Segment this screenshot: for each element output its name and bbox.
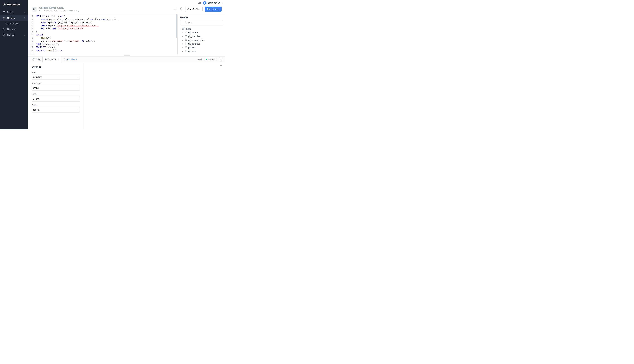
status-label: Success	[208, 58, 215, 60]
tab-barchart[interactable]: Bar chart ✕	[42, 56, 62, 62]
svg-rect-28	[186, 46, 187, 48]
query-type-icon[interactable]	[32, 7, 37, 12]
select-value: category	[33, 76, 42, 78]
sidebar: MergeStat Repos ⌄ Queries ⌃ Saved Querie…	[0, 0, 28, 129]
status-badge: Success	[204, 58, 217, 61]
svg-point-4	[3, 28, 5, 29]
schema-root[interactable]: ▾ public	[180, 27, 223, 31]
nav-repos[interactable]: Repos ⌄	[0, 9, 28, 15]
query-title[interactable]: Untitled Saved Query	[39, 6, 170, 9]
caret-right-icon: ▸	[182, 47, 184, 48]
nav-saved-queries[interactable]: Saved Queries	[0, 21, 28, 26]
line-gutter: 12345678910111213	[28, 14, 34, 55]
xaxistype-select[interactable]: string▾	[32, 85, 80, 90]
svg-rect-2	[3, 17, 5, 19]
svg-rect-38	[46, 58, 46, 60]
add-view-label: Add View	[66, 58, 75, 60]
svg-rect-19	[186, 36, 187, 37]
chart-menu-icon[interactable]	[220, 64, 222, 67]
schema-icon	[182, 28, 184, 30]
table-icon	[185, 35, 187, 38]
xaxistype-label: X-axis type	[32, 82, 80, 84]
schema-root-label: public	[186, 28, 191, 30]
table-name: git_refs	[188, 50, 195, 52]
chevron-down-icon: ▾	[76, 58, 77, 60]
caret-right-icon: ▸	[182, 39, 184, 41]
schema-panel: Schema ▾ public ▸git_blame▸git_branches▸…	[178, 14, 225, 55]
chevron-down-icon: ▾	[78, 87, 79, 89]
user-menu[interactable]: patrickdevivo ▾	[203, 1, 222, 5]
sql-editor[interactable]: 12345678910111213 WITH bitnami_charts AS…	[28, 14, 178, 55]
schema-table[interactable]: ▸git_blame	[182, 31, 223, 34]
table-name: git_blame	[188, 32, 198, 34]
table-name: git_commits	[188, 42, 200, 45]
caret-right-icon: ▸	[182, 36, 184, 37]
svg-rect-14	[183, 29, 183, 30]
table-icon	[185, 39, 187, 41]
query-icon	[3, 17, 5, 19]
avatar	[203, 1, 206, 5]
nav-label: Settings	[7, 34, 15, 36]
tab-table[interactable]: Table	[30, 56, 42, 62]
svg-rect-37	[45, 59, 45, 60]
svg-point-6	[204, 2, 205, 3]
schema-table[interactable]: ▸git_branches	[182, 34, 223, 38]
nav-settings[interactable]: Settings ⌄	[0, 32, 28, 38]
history-icon[interactable]	[179, 7, 183, 11]
query-time: 67ms	[197, 58, 202, 60]
chevron-down-icon: ▾	[78, 98, 79, 100]
add-view-button[interactable]: ＋ Add View ▾	[62, 56, 79, 62]
brand-logo[interactable]: MergeStat	[0, 0, 28, 9]
save-as-new-button[interactable]: Save As New	[185, 6, 202, 12]
schema-heading: Schema	[180, 16, 223, 19]
caret-right-icon: ▸	[182, 50, 184, 52]
select-value: count	[33, 98, 38, 100]
svg-point-5	[4, 35, 4, 35]
svg-point-9	[174, 8, 175, 9]
plus-icon: ＋	[64, 58, 66, 61]
table-name: git_commit_stats	[188, 39, 204, 41]
chevron-down-icon: ⌄	[24, 11, 26, 13]
close-tab-icon[interactable]: ✕	[58, 58, 59, 60]
svg-rect-12	[183, 28, 183, 28]
table-name: git_branches	[188, 35, 200, 38]
logo-icon	[3, 3, 6, 6]
schema-table[interactable]: ▸git_refs	[182, 49, 223, 53]
xaxis-select[interactable]: category▾	[32, 74, 80, 80]
chevron-down-icon: ▾	[78, 76, 79, 78]
editor-scrollbar[interactable]	[176, 14, 178, 38]
chart-area: 010203040InfrastructureDatabaseAnalytics…	[84, 62, 225, 129]
svg-rect-22	[186, 39, 187, 40]
chevron-up-icon: ⌃	[24, 17, 26, 19]
book-icon[interactable]	[198, 2, 201, 5]
bar-chart: 010203040InfrastructureDatabaseAnalytics…	[87, 65, 222, 129]
table-name: git_files	[188, 46, 196, 49]
schema-search-input[interactable]	[180, 20, 223, 25]
table-icon	[185, 50, 187, 52]
series-label: Series	[32, 104, 80, 106]
connect-icon	[3, 28, 5, 30]
svg-rect-15	[184, 29, 184, 30]
nav-label: Queries	[7, 17, 15, 19]
vertical-resize-handle[interactable]	[28, 55, 225, 56]
gear-icon[interactable]	[173, 7, 177, 11]
schema-table[interactable]: ▸git_files	[182, 46, 223, 49]
series-select[interactable]: Select▾	[32, 107, 80, 112]
repo-icon	[3, 11, 5, 14]
expand-button[interactable]	[219, 57, 223, 61]
nav-connect[interactable]: Connect	[0, 26, 28, 32]
svg-rect-13	[184, 28, 184, 28]
run-button[interactable]: Run (⇧ + ↵)	[205, 6, 222, 12]
topbar: patrickdevivo ▾	[28, 0, 225, 6]
svg-rect-25	[186, 43, 187, 44]
table-icon	[185, 42, 187, 45]
nav-label: Repos	[7, 11, 13, 14]
svg-rect-16	[186, 32, 187, 33]
nav-queries[interactable]: Queries ⌃	[0, 15, 28, 21]
schema-table[interactable]: ▸git_commit_stats	[182, 38, 223, 42]
query-description[interactable]: Enter a short description for this query…	[39, 10, 170, 12]
yaxis-select[interactable]: count▾	[32, 96, 80, 102]
yaxis-label: Y-axis	[32, 93, 80, 95]
schema-table[interactable]: ▸git_commits	[182, 42, 223, 46]
settings-icon	[3, 34, 5, 36]
